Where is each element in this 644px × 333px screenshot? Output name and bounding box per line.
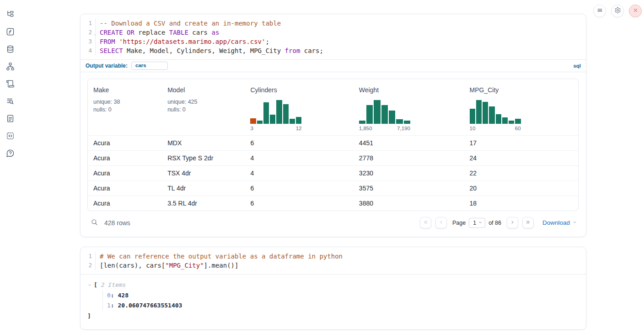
hierarchy-panel-button[interactable] [5, 62, 15, 72]
file-tree-panel-button[interactable] [5, 10, 15, 20]
first-page-button[interactable] [420, 217, 431, 228]
table-cell: 3.5 RL 4dr [165, 200, 247, 207]
function-panel-button[interactable] [5, 27, 15, 37]
page-total: of 86 [488, 220, 501, 226]
table-footer: 428 rows Page 1 of 86 [87, 211, 579, 233]
sidebar [0, 0, 20, 333]
column-histogram: 1060 [470, 100, 573, 135]
code-text: [len(cars), cars["MPG_City"].mean()] [95, 261, 586, 270]
histogram-bar [476, 100, 482, 124]
table-cell: 20 [467, 185, 575, 192]
chevron-right-icon [510, 219, 515, 227]
code-line: 1-- Download a CSV and create an in-memo… [80, 19, 586, 28]
line-number: 2 [80, 28, 95, 37]
output-variable-bar: Output variable: cars sql [80, 59, 586, 72]
code-line: 3FROM 'https://datasets.marimo.app/cars.… [80, 37, 586, 46]
table-cell: 3230 [356, 169, 467, 177]
table-cell: Acura [91, 154, 165, 162]
tree-line: [ 2 Items [87, 280, 579, 291]
language-badge: sql [573, 63, 581, 69]
function-icon [6, 27, 15, 37]
chevrons-right-icon [525, 219, 531, 227]
table-cell: 3880 [356, 200, 467, 207]
table-cell: Acura [91, 200, 165, 207]
axis-min-label: 3 [250, 126, 253, 131]
shutdown-button[interactable] [629, 5, 642, 17]
histogram-axis-labels: 1,8507,190 [359, 126, 410, 131]
python-cell-output: [ 2 Items0: 4281: 20.060747663551403] [80, 275, 586, 329]
column-header-mpg_city: MPG_City1060 [467, 85, 575, 135]
histogram-axis-labels: 1060 [470, 126, 521, 131]
pagination: Page 1 of 86 Download [420, 217, 577, 228]
column-stat: nulls: 0 [167, 106, 245, 114]
column-name[interactable]: Make [93, 86, 162, 94]
help-icon [6, 149, 15, 159]
snippets-icon [6, 132, 15, 142]
table-cell: 17 [467, 139, 575, 147]
hierarchy-icon [6, 62, 15, 72]
sql-code-editor[interactable]: 1-- Download a CSV and create an in-memo… [80, 14, 586, 59]
code-text: -- Download a CSV and create an in-memor… [95, 19, 586, 28]
histogram-bar [515, 119, 521, 124]
column-name[interactable]: MPG_City [470, 86, 573, 94]
code-text: FROM 'https://datasets.marimo.app/cars.c… [95, 37, 586, 46]
download-button[interactable]: Download [542, 219, 577, 226]
histogram-bar [389, 111, 395, 124]
code-line: 1# We can reference the output variable … [80, 252, 586, 261]
page-label: Page [452, 220, 466, 226]
prev-page-button[interactable] [435, 217, 447, 228]
table-cell: 6 [247, 200, 356, 207]
output-variable-input[interactable]: cars [131, 62, 168, 70]
logs-search-panel-button[interactable] [5, 97, 15, 107]
histogram-bar [381, 105, 388, 124]
help-panel-button[interactable] [5, 149, 15, 159]
histogram-bar [270, 115, 275, 124]
snippets-panel-button[interactable] [5, 132, 15, 142]
chevrons-left-icon [423, 219, 429, 227]
table-row: Acura3.5 RL 4dr6388018 [88, 196, 578, 211]
python-code-editor[interactable]: 1# We can reference the output variable … [80, 247, 586, 274]
histogram-bar [250, 118, 256, 124]
document-panel-button[interactable] [5, 114, 15, 124]
table-cell: 4451 [356, 139, 467, 147]
code-line: 2CREATE OR replace TABLE cars as [80, 28, 586, 37]
histogram-bar [496, 114, 501, 124]
column-name[interactable]: Cylinders [250, 86, 353, 94]
last-page-button[interactable] [522, 217, 534, 228]
data-table: Makeunique: 38nulls: 0Modelunique: 425nu… [87, 79, 579, 211]
column-name[interactable]: Weight [359, 86, 464, 94]
database-panel-button[interactable] [5, 45, 15, 55]
column-histogram: 312 [250, 100, 353, 135]
search-button[interactable] [91, 218, 98, 227]
menu-button[interactable] [593, 5, 606, 17]
next-page-button[interactable] [507, 217, 518, 228]
histogram-bar [257, 121, 263, 124]
table-row: AcuraTSX 4dr4323022 [88, 165, 578, 180]
histogram-bar [263, 102, 269, 124]
scroll-panel-button[interactable] [5, 79, 15, 90]
histogram-bar [359, 121, 365, 124]
page-select[interactable]: 1 [469, 218, 485, 228]
notebook: 1-- Download a CSV and create an in-memo… [80, 14, 586, 333]
table-cell: 6 [247, 185, 356, 192]
tree-line: 0: 428 [102, 291, 579, 301]
sql-cell: 1-- Download a CSV and create an in-memo… [80, 14, 586, 237]
output-variable-label: Output variable: [86, 63, 128, 69]
chevron-left-icon [438, 219, 444, 227]
histogram-bar [489, 106, 494, 124]
line-number: 2 [80, 261, 95, 270]
document-icon [6, 114, 15, 124]
table-cell: 2778 [356, 154, 467, 162]
collapse-chevron-icon[interactable] [87, 283, 92, 287]
axis-min-label: 1,850 [359, 126, 372, 131]
chevron-down-icon [478, 220, 483, 226]
gear-icon [614, 7, 621, 15]
histogram-bar [502, 117, 508, 124]
column-name[interactable]: Model [167, 86, 245, 94]
axis-min-label: 10 [470, 126, 476, 131]
histogram-bar [483, 102, 488, 124]
settings-button[interactable] [611, 5, 624, 17]
python-cell: 1# We can reference the output variable … [80, 247, 586, 330]
table-header: Makeunique: 38nulls: 0Modelunique: 425nu… [88, 79, 578, 135]
database-icon [6, 45, 15, 55]
